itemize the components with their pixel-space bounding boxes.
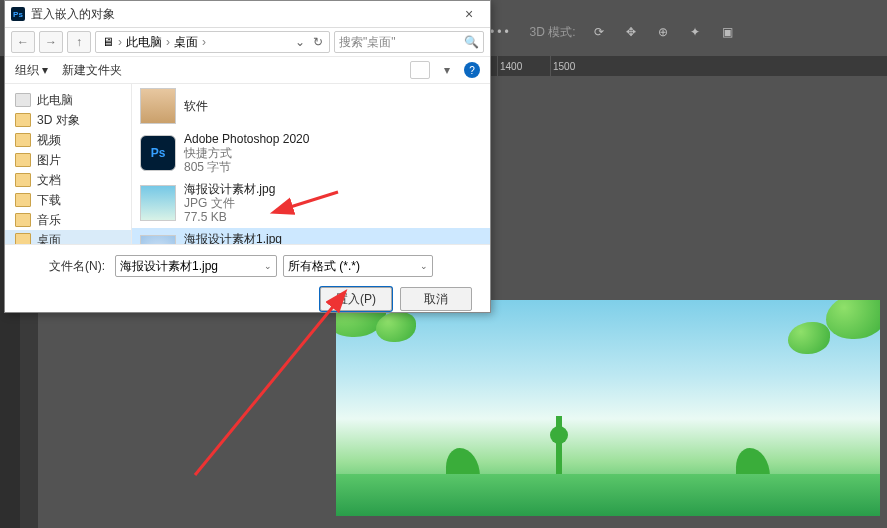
sidebar-item-pictures[interactable]: 图片 xyxy=(5,150,131,170)
folder-icon xyxy=(15,113,31,127)
crumb-desktop[interactable]: 桌面 xyxy=(174,34,198,51)
folder-icon xyxy=(15,213,31,227)
crumb-pc[interactable]: 此电脑 xyxy=(126,34,162,51)
search-input[interactable]: 搜索"桌面" 🔍 xyxy=(334,31,484,53)
folder-icon xyxy=(15,133,31,147)
file-list[interactable]: 软件 Ps Adobe Photoshop 2020 快捷方式 805 字节 海… xyxy=(132,84,490,244)
file-size: 77.5 KB xyxy=(184,210,275,224)
sidebar-item-docs[interactable]: 文档 xyxy=(5,170,131,190)
sidebar-item-label: 图片 xyxy=(37,152,61,169)
breadcrumb[interactable]: 🖥 › 此电脑 › 桌面 › ⌄ ↻ xyxy=(95,31,330,53)
place-button[interactable]: 置入(P) xyxy=(320,287,392,311)
forward-button[interactable]: → xyxy=(39,31,63,53)
pc-icon: 🖥 xyxy=(102,35,114,49)
sidebar-item-downloads[interactable]: 下载 xyxy=(5,190,131,210)
sidebar-item-label: 3D 对象 xyxy=(37,112,80,129)
search-placeholder: 搜索"桌面" xyxy=(339,34,396,51)
document-canvas[interactable] xyxy=(336,300,880,516)
view-mode-button[interactable] xyxy=(410,61,430,79)
pc-icon xyxy=(15,93,31,107)
light-icon[interactable]: ✦ xyxy=(690,25,704,39)
file-filter-select[interactable]: 所有格式 (*.*) ⌄ xyxy=(283,255,433,277)
dialog-titlebar[interactable]: Ps 置入嵌入的对象 × xyxy=(5,1,490,28)
new-folder-button[interactable]: 新建文件夹 xyxy=(62,62,122,79)
chevron-down-icon[interactable]: ⌄ xyxy=(295,35,305,49)
file-size: 805 字节 xyxy=(184,160,309,174)
back-button[interactable]: ← xyxy=(11,31,35,53)
list-item[interactable]: 海报设计素材.jpg JPG 文件 77.5 KB xyxy=(132,178,490,228)
ps-shortcut-icon: Ps xyxy=(140,135,176,171)
chevron-down-icon[interactable]: ⌄ xyxy=(420,261,428,271)
folder-icon xyxy=(15,233,31,244)
file-name: Adobe Photoshop 2020 xyxy=(184,132,309,146)
view-dropdown-icon[interactable]: ▾ xyxy=(444,63,450,77)
dolly-icon[interactable]: ⊕ xyxy=(658,25,672,39)
sidebar-item-label: 文档 xyxy=(37,172,61,189)
sidebar-item-video[interactable]: 视频 xyxy=(5,130,131,150)
sidebar-item-label: 此电脑 xyxy=(37,92,73,109)
file-name: 海报设计素材.jpg xyxy=(184,182,275,196)
folder-icon xyxy=(15,193,31,207)
dialog-toolbar: 组织 ▾ 新建文件夹 ▾ ? xyxy=(5,57,490,84)
sidebar-item-3d[interactable]: 3D 对象 xyxy=(5,110,131,130)
sidebar-item-desktop[interactable]: 桌面 xyxy=(5,230,131,244)
cancel-button[interactable]: 取消 xyxy=(400,287,472,311)
search-icon: 🔍 xyxy=(464,35,479,49)
organize-menu[interactable]: 组织 ▾ xyxy=(15,62,48,79)
file-name: 海报设计素材1.jpg xyxy=(184,232,282,244)
sidebar-item-label: 下载 xyxy=(37,192,61,209)
ps-app-icon: Ps xyxy=(11,7,25,21)
leaf-decoration-icon xyxy=(826,300,880,339)
place-embedded-dialog: Ps 置入嵌入的对象 × ← → ↑ 🖥 › 此电脑 › 桌面 › ⌄ ↻ 搜索… xyxy=(4,0,491,313)
city-silhouette-icon xyxy=(336,446,880,516)
dialog-nav-bar: ← → ↑ 🖥 › 此电脑 › 桌面 › ⌄ ↻ 搜索"桌面" 🔍 xyxy=(5,28,490,57)
list-item[interactable]: Ps Adobe Photoshop 2020 快捷方式 805 字节 xyxy=(132,128,490,178)
folder-icon xyxy=(15,173,31,187)
overflow-icon[interactable]: ••• xyxy=(490,25,512,39)
close-button[interactable]: × xyxy=(454,6,484,22)
up-button[interactable]: ↑ xyxy=(67,31,91,53)
mode-label: 3D 模式: xyxy=(530,24,576,41)
file-name: 软件 xyxy=(184,99,208,113)
sidebar-item-pc[interactable]: 此电脑 xyxy=(5,90,131,110)
refresh-button[interactable]: ↻ xyxy=(313,35,323,49)
filter-value: 所有格式 (*.*) xyxy=(288,258,360,275)
list-item[interactable]: 软件 xyxy=(132,84,490,128)
pan-icon[interactable]: ✥ xyxy=(626,25,640,39)
leaf-decoration-icon xyxy=(788,322,830,354)
orbit-icon[interactable]: ⟳ xyxy=(594,25,608,39)
folder-icon xyxy=(15,153,31,167)
camera-icon[interactable]: ▣ xyxy=(722,25,736,39)
file-type: 快捷方式 xyxy=(184,146,309,160)
sidebar-item-label: 桌面 xyxy=(37,232,61,245)
sidebar-item-label: 音乐 xyxy=(37,212,61,229)
ps-options-bar: ••• 3D 模式: ⟳ ✥ ⊕ ✦ ▣ xyxy=(490,22,887,42)
file-type: JPG 文件 xyxy=(184,196,275,210)
sidebar: 此电脑 3D 对象 视频 图片 文档 下载 音乐 桌面 Win10 (C:) xyxy=(5,84,132,244)
sidebar-item-label: 视频 xyxy=(37,132,61,149)
filename-value: 海报设计素材1.jpg xyxy=(120,258,218,275)
filename-label: 文件名(N): xyxy=(15,258,109,275)
chevron-down-icon[interactable]: ⌄ xyxy=(264,261,272,271)
list-item-selected[interactable]: 海报设计素材1.jpg JPG 文件 81.0 KB xyxy=(132,228,490,244)
sidebar-item-music[interactable]: 音乐 xyxy=(5,210,131,230)
image-thumb-icon xyxy=(140,185,176,221)
filename-input[interactable]: 海报设计素材1.jpg ⌄ xyxy=(115,255,277,277)
image-thumb-icon xyxy=(140,235,176,244)
folder-thumb-icon xyxy=(140,88,176,124)
help-button[interactable]: ? xyxy=(464,62,480,78)
dialog-title: 置入嵌入的对象 xyxy=(31,6,454,23)
dialog-footer: 文件名(N): 海报设计素材1.jpg ⌄ 所有格式 (*.*) ⌄ 置入(P)… xyxy=(5,244,490,319)
